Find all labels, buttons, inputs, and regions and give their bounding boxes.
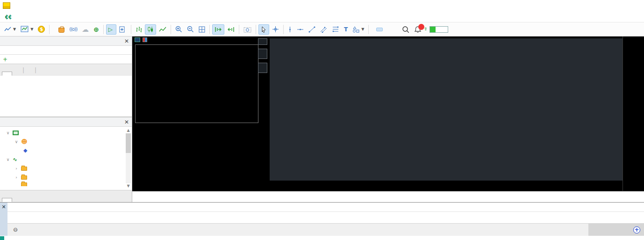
expand-icon[interactable]: +: [633, 226, 640, 233]
time-axis[interactable]: [132, 191, 644, 202]
chevron-right-icon[interactable]: ›: [14, 175, 19, 180]
candlestick-icon: [147, 26, 154, 33]
tree-item-oscillators[interactable]: ›: [0, 173, 132, 182]
chevron-right-icon[interactable]: ›: [14, 166, 19, 171]
check-button[interactable]: [258, 63, 267, 73]
close-icon[interactable]: ✕: [124, 38, 129, 44]
chevron-down-icon[interactable]: ∨: [6, 157, 10, 162]
tree-item-indicators[interactable]: ∨ ∿: [0, 155, 132, 164]
tree-item-trend[interactable]: ›: [0, 164, 132, 173]
chart-canvas[interactable]: [132, 36, 623, 191]
scroll-down-icon[interactable]: ▼: [126, 183, 131, 189]
candles-button[interactable]: [145, 24, 156, 35]
add-symbol-row[interactable]: +: [0, 55, 132, 64]
market-button[interactable]: [57, 25, 66, 34]
timeframe-m30[interactable]: [388, 28, 394, 31]
shift-back-button[interactable]: [225, 25, 236, 34]
dock-right-icon: [215, 26, 222, 33]
crosshair-button[interactable]: [270, 24, 281, 34]
chart-profile-button[interactable]: ▼: [19, 24, 35, 34]
fibo-button[interactable]: [330, 25, 341, 34]
vps-button[interactable]: ☁: [80, 24, 91, 35]
scrollbar-thumb[interactable]: [126, 133, 131, 153]
timeframe-m5[interactable]: [376, 28, 383, 31]
bar-chart-button[interactable]: [134, 25, 144, 34]
channel-icon: [320, 26, 327, 33]
tab-ticks[interactable]: [36, 72, 47, 76]
screenshot-button[interactable]: [242, 25, 253, 34]
notifications-button[interactable]: [412, 24, 423, 35]
collapse-icon[interactable]: ⊖: [13, 226, 18, 233]
chart-type-button[interactable]: ▼: [2, 25, 18, 34]
tab-symbols[interactable]: [2, 72, 12, 76]
deposit-button[interactable]: $: [36, 24, 47, 34]
search-button[interactable]: [400, 24, 411, 35]
tree-item-account[interactable]: ∨ ☻: [0, 137, 132, 146]
tab-comments[interactable]: [2, 198, 12, 202]
menu-help[interactable]: [89, 15, 101, 18]
channel-button[interactable]: [318, 25, 329, 34]
close-icon[interactable]: ✕: [1, 204, 6, 210]
menu-chart[interactable]: [53, 15, 65, 18]
server-icon: [13, 131, 19, 135]
table-icon: [135, 37, 140, 42]
trade-table-header[interactable]: [7, 203, 644, 212]
shapes-button[interactable]: ▼: [351, 25, 366, 34]
line-icon: [159, 26, 166, 33]
tab-details[interactable]: [12, 72, 22, 76]
algo-trading-button[interactable]: ▷: [106, 24, 116, 35]
new-order-button[interactable]: [117, 25, 129, 34]
tab-favorites[interactable]: [12, 198, 22, 202]
text-button[interactable]: T: [342, 25, 350, 34]
zigzag-icon: [4, 26, 12, 33]
zoom-out-button[interactable]: [185, 24, 196, 34]
price-axis[interactable]: [623, 36, 644, 191]
menubar: ¢¢: [0, 11, 644, 22]
cursor-button[interactable]: [258, 24, 269, 35]
mini-chart-icon: [143, 37, 147, 42]
vline-button[interactable]: [286, 25, 294, 34]
tree-item-clipped[interactable]: [0, 182, 132, 186]
navigator-scrollbar[interactable]: ▲ ▼: [126, 128, 131, 189]
toolbox-panel: ✕ ⊖ +: [0, 202, 644, 236]
scroll-up-icon[interactable]: ▲: [126, 128, 131, 133]
move-button[interactable]: [258, 49, 267, 59]
menu-window[interactable]: [77, 15, 89, 18]
chevron-down-icon: ▼: [13, 27, 16, 31]
market-watch-header[interactable]: [0, 46, 132, 55]
menu-file[interactable]: [16, 15, 29, 18]
folder-icon: [21, 175, 27, 180]
chevron-down-icon[interactable]: ∨: [6, 131, 10, 135]
trade-table-row[interactable]: [7, 212, 644, 223]
indicator-wave-icon: ∿: [13, 156, 17, 163]
menu-insert[interactable]: [41, 15, 53, 18]
market-watch-panel: ✕ + | |: [0, 36, 132, 117]
tab-trading[interactable]: [24, 72, 35, 76]
tile-windows-button[interactable]: [197, 25, 207, 34]
chevron-down-icon[interactable]: ∨: [14, 139, 19, 144]
timeframe-m15[interactable]: [383, 28, 388, 31]
timeframe-h1[interactable]: [394, 28, 400, 31]
tree-item-account-server[interactable]: ∨: [0, 128, 132, 137]
menu-view[interactable]: [29, 15, 41, 18]
one-click-trading-bar[interactable]: [429, 26, 448, 33]
ide-button[interactable]: [52, 28, 56, 31]
community-button[interactable]: ⊕: [92, 24, 101, 35]
minimize-panel-button[interactable]: [258, 38, 267, 45]
mt5-window: ¢¢ ▼ ▼ $ ((o)) ☁ ⊕ ▷: [0, 0, 644, 240]
timeframe-m1[interactable]: [371, 28, 376, 31]
line-chart-button[interactable]: [157, 25, 168, 34]
menu-tools[interactable]: [65, 15, 77, 18]
plus-icon: +: [3, 56, 7, 63]
tree-item-ea[interactable]: ◆: [0, 146, 132, 155]
trendline-button[interactable]: [307, 25, 317, 34]
close-icon[interactable]: ✕: [124, 119, 129, 125]
signals-button[interactable]: ((o)): [67, 25, 79, 33]
lvl-indicator[interactable]: ⇧: [424, 27, 428, 31]
fibonacci-icon: [332, 26, 339, 32]
search-icon: [402, 26, 409, 33]
chevron-down-icon: ▼: [30, 27, 33, 31]
zoom-in-button[interactable]: [173, 24, 184, 34]
shift-end-button[interactable]: [212, 24, 224, 35]
hline-button[interactable]: [295, 26, 306, 33]
